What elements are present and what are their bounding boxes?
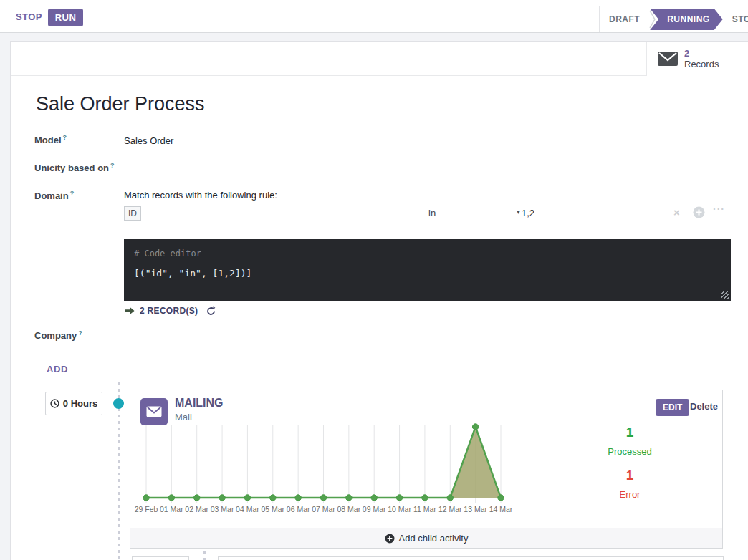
processed-label: Processed [587, 446, 673, 458]
child-trigger-box-partial[interactable] [132, 556, 189, 560]
rule-delete-icon[interactable]: × [673, 206, 680, 218]
chart-point[interactable] [472, 424, 478, 430]
code-editor-comment: # Code editor [134, 248, 721, 259]
domain-label: Domain? [34, 190, 74, 201]
chart-x-label: 10 Mar [388, 505, 411, 513]
chart-point[interactable] [447, 495, 453, 501]
rule-add-icon[interactable] [693, 206, 705, 221]
rule-value-input[interactable]: 1,2 [522, 208, 534, 218]
processed-count[interactable]: 1 [587, 425, 673, 440]
chart-point[interactable] [498, 495, 504, 501]
state-pipeline: DRAFTRUNNINGSTOPPED [599, 6, 748, 32]
workflow-node-dot [113, 398, 124, 409]
model-value[interactable]: Sales Order [124, 135, 173, 146]
chart-x-label: 01 Mar [160, 505, 183, 513]
chart-point[interactable] [320, 495, 326, 501]
records-label: Records [684, 59, 719, 70]
chart-x-label: 05 Mar [261, 505, 284, 513]
stage-stopped[interactable]: STOPPED [723, 14, 748, 24]
chart-x-label: 06 Mar [287, 505, 310, 513]
chart-x-label: 02 Mar [185, 505, 208, 513]
help-icon[interactable]: ? [63, 134, 67, 141]
delete-button[interactable]: Delete [690, 401, 718, 412]
unicity-label: Unicity based on? [34, 162, 115, 173]
chart-point[interactable] [422, 495, 428, 501]
records-preview-row: 2 RECORD(S) [125, 306, 216, 316]
stage-running[interactable]: RUNNING [650, 9, 723, 30]
page-title: Sale Order Process [36, 93, 205, 115]
chart-point[interactable] [396, 495, 402, 501]
button-box: 2 Records [11, 42, 748, 76]
trigger-delay-box[interactable]: 0 Hours [45, 392, 102, 415]
chevron-down-icon: ▾ [517, 208, 520, 218]
add-child-activity-label: Add child activity [399, 533, 469, 544]
status-toolbar: STOP RUN DRAFTRUNNINGSTOPPED [0, 0, 748, 33]
child-activity-card-partial [218, 556, 724, 560]
error-label: Error [587, 489, 673, 501]
chart-x-label: 12 Mar [438, 505, 462, 513]
resize-handle-icon[interactable] [721, 291, 729, 299]
domain-intro: Match records with the following rule: [124, 190, 277, 201]
chart-point[interactable] [219, 495, 225, 501]
refresh-icon[interactable] [206, 306, 216, 316]
help-icon[interactable]: ? [110, 162, 115, 169]
chart-x-label: 04 Mar [236, 505, 259, 513]
chart-point[interactable] [143, 495, 149, 501]
chart-x-label: 07 Mar [312, 505, 335, 513]
edit-button[interactable]: EDIT [656, 399, 689, 416]
help-icon[interactable]: ? [70, 190, 75, 197]
chart-point[interactable] [194, 495, 200, 501]
chart-x-label: 08 Mar [337, 505, 361, 513]
records-stat-button[interactable]: 2 Records [646, 42, 748, 76]
domain-code-editor[interactable]: # Code editor [("id", "in", [1,2])] [124, 239, 731, 301]
chart-point[interactable] [270, 495, 276, 501]
activity-card-mailing: MAILING Mail EDIT Delete 29 Feb01 Mar02 … [130, 390, 723, 549]
clock-icon [50, 399, 59, 408]
activity-chart: 29 Feb01 Mar02 Mar03 Mar04 Mar05 Mar06 M… [138, 423, 514, 518]
activity-subtitle: Mail [175, 412, 192, 423]
error-count[interactable]: 1 [587, 468, 673, 483]
chart-x-label: 29 Feb [135, 505, 158, 513]
rule-operator-select[interactable]: in ▾ [428, 208, 520, 218]
chart-point[interactable] [295, 495, 301, 501]
records-count: 2 [684, 48, 719, 59]
stage-draft[interactable]: DRAFT [600, 14, 649, 24]
activity-stats: 1 Processed 1 Error [587, 425, 673, 501]
chart-point[interactable] [346, 495, 352, 501]
rule-operator-value: in [428, 208, 436, 218]
chart-point[interactable] [244, 495, 250, 501]
trigger-delay-label: 0 Hours [63, 398, 97, 409]
rule-field-tag[interactable]: ID [124, 206, 141, 221]
form-sheet: 2 Records Sale Order Process Model? Sale… [10, 41, 748, 560]
add-child-activity-button[interactable]: Add child activity [130, 528, 722, 548]
chart-x-label: 11 Mar [413, 505, 436, 513]
chart-point[interactable] [168, 495, 174, 501]
mail-icon [140, 398, 168, 425]
chart-x-label: 13 Mar [464, 505, 487, 513]
chart-x-label: 09 Mar [363, 505, 386, 513]
workflow-connector-line [203, 551, 206, 560]
records-count-link[interactable]: 2 RECORD(S) [140, 306, 198, 316]
company-label: Company? [34, 329, 82, 341]
rule-more-icon[interactable]: ··· [713, 203, 725, 215]
arrow-right-icon [125, 306, 135, 315]
run-button[interactable]: RUN [48, 9, 83, 26]
add-activity-button[interactable]: ADD [47, 364, 68, 375]
stop-button[interactable]: STOP [16, 11, 42, 22]
records-stat-text: 2 Records [684, 48, 719, 70]
chart-point[interactable] [371, 495, 377, 501]
model-label: Model? [34, 134, 67, 145]
help-icon[interactable]: ? [78, 329, 82, 337]
chart-x-label: 14 Mar [489, 505, 513, 513]
workflow-connector-line [118, 382, 120, 560]
envelope-icon [657, 51, 679, 67]
chart-x-label: 03 Mar [211, 505, 234, 513]
activity-title[interactable]: MAILING [175, 397, 224, 410]
code-editor-content[interactable]: [("id", "in", [1,2])] [134, 268, 721, 279]
plus-circle-icon [385, 534, 395, 544]
